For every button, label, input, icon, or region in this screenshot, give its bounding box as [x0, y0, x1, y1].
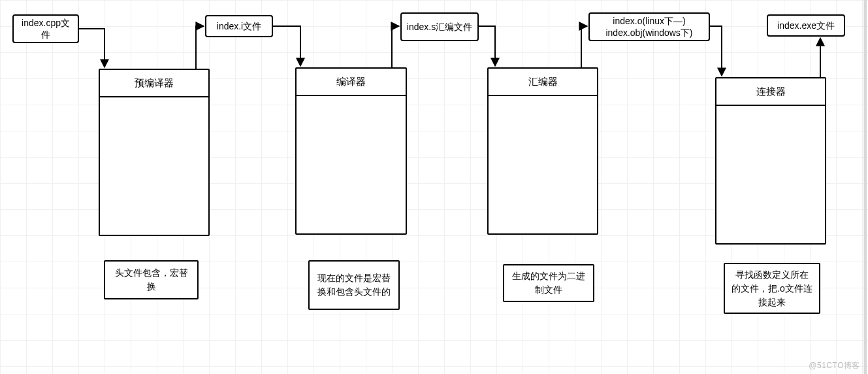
stage-linker: 连接器	[715, 77, 826, 245]
note-linker: 寻找函数定义所在的文件，把.o文件连接起来	[724, 263, 820, 314]
note-compiler: 现在的文件是宏替换和包含头文件的	[308, 260, 400, 310]
stage-assembler: 汇编器	[487, 67, 598, 235]
node-index-o: index.o(linux下—) index.obj(windows下)	[588, 12, 710, 41]
right-scroll-edge	[864, 0, 867, 374]
label: 寻找函数定义所在的文件，把.o文件连接起来	[731, 268, 812, 309]
label: index.cpp文件	[18, 17, 74, 41]
stage-header: 连接器	[716, 78, 825, 106]
stage-body	[100, 97, 208, 235]
stage-body	[489, 96, 597, 233]
stage-precompiler: 预编译器	[99, 69, 210, 236]
label: 汇编器	[528, 76, 558, 88]
label: index.o(linux下—) index.obj(windows下)	[605, 15, 692, 39]
watermark: @51CTO博客	[809, 360, 860, 371]
note-assembler: 生成的文件为二进制文件	[503, 264, 594, 302]
stage-header: 预编译器	[100, 70, 208, 97]
stage-header: 编译器	[297, 69, 406, 96]
label: index.i文件	[217, 20, 261, 32]
label: 连接器	[756, 86, 786, 98]
node-index-cpp: index.cpp文件	[12, 14, 79, 43]
label: 头文件包含，宏替换	[112, 266, 191, 294]
label: 预编译器	[135, 77, 174, 90]
stage-body	[716, 106, 825, 243]
node-index-i: index.i文件	[205, 15, 273, 37]
label: index.exe文件	[777, 20, 835, 31]
node-index-exe: index.exe文件	[767, 14, 845, 37]
stage-compiler: 编译器	[295, 67, 407, 235]
stage-body	[297, 96, 406, 233]
node-index-s: index.s汇编文件	[400, 12, 479, 41]
label: index.s汇编文件	[407, 21, 472, 33]
label: 现在的文件是宏替换和包含头文件的	[316, 271, 392, 299]
label: 生成的文件为二进制文件	[511, 269, 587, 297]
note-precompiler: 头文件包含，宏替换	[104, 260, 199, 299]
label: 编译器	[336, 76, 366, 88]
stage-header: 汇编器	[489, 69, 597, 96]
